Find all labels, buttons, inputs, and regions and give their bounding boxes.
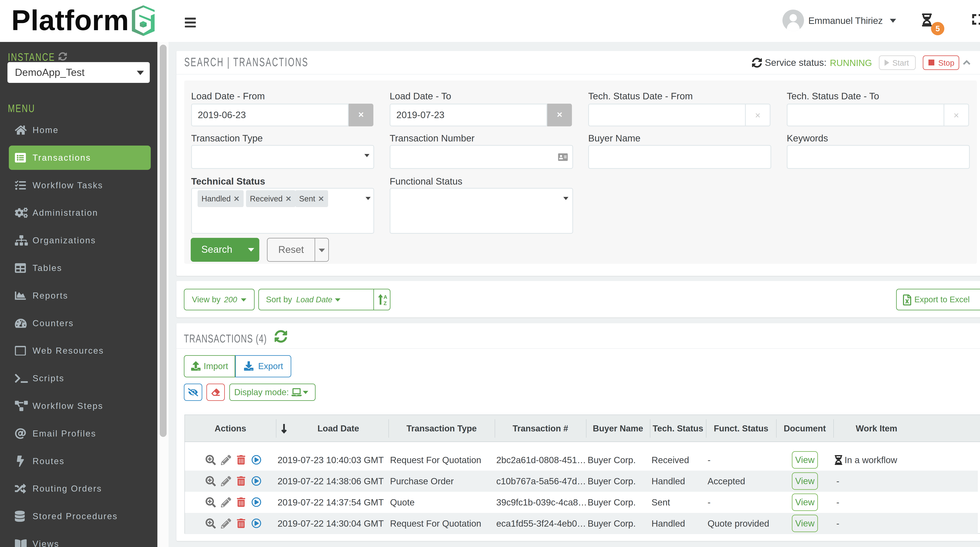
svg-text:Z: Z (383, 301, 387, 305)
svg-text:A: A (383, 294, 387, 300)
